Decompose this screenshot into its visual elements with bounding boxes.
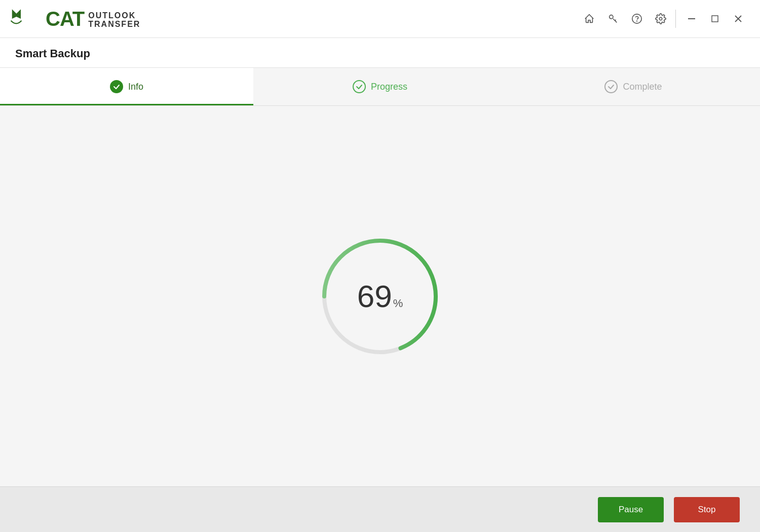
main-content: 69 % bbox=[0, 106, 760, 486]
stop-button[interactable]: Stop bbox=[674, 497, 740, 522]
window-controls bbox=[680, 8, 750, 29]
close-button[interactable] bbox=[727, 8, 750, 29]
maximize-button[interactable] bbox=[703, 8, 727, 29]
progress-number: 69 bbox=[357, 281, 392, 312]
svg-point-5 bbox=[659, 17, 662, 20]
titlebar-icons bbox=[579, 8, 671, 29]
titlebar: CAT OUTLOOK TRANSFER bbox=[0, 0, 760, 38]
progress-center: 69 % bbox=[357, 281, 403, 312]
tab-info-label: Info bbox=[128, 82, 143, 92]
settings-icon-button[interactable] bbox=[650, 8, 671, 29]
pause-button[interactable]: Pause bbox=[598, 497, 664, 522]
tab-progress-icon bbox=[353, 80, 366, 93]
page-title: Smart Backup bbox=[15, 47, 745, 60]
titlebar-divider bbox=[675, 10, 676, 28]
tabs-bar: Info Progress Complete bbox=[0, 68, 760, 106]
key-icon-button[interactable] bbox=[602, 8, 624, 29]
svg-point-3 bbox=[632, 14, 641, 23]
home-icon-button[interactable] bbox=[579, 8, 600, 29]
tab-complete[interactable]: Complete bbox=[507, 68, 760, 105]
svg-point-4 bbox=[637, 21, 637, 21]
minimize-button[interactable] bbox=[680, 8, 703, 29]
outlook-text: OUTLOOK bbox=[88, 11, 140, 20]
progress-container: 69 % bbox=[314, 231, 446, 362]
tab-info[interactable]: Info bbox=[0, 68, 253, 105]
logo-brand-text: OUTLOOK TRANSFER bbox=[88, 11, 140, 29]
cat-logo-icon bbox=[10, 6, 41, 31]
svg-rect-6 bbox=[688, 18, 695, 19]
transfer-text: TRANSFER bbox=[88, 20, 140, 29]
tab-progress-label: Progress bbox=[371, 82, 407, 92]
tab-info-icon bbox=[110, 80, 123, 93]
progress-percent-symbol: % bbox=[393, 297, 403, 310]
svg-point-2 bbox=[610, 15, 613, 19]
logo-cat-text: CAT bbox=[46, 9, 84, 29]
footer: Pause Stop bbox=[0, 486, 760, 532]
tab-progress[interactable]: Progress bbox=[253, 68, 507, 105]
help-icon-button[interactable] bbox=[626, 8, 648, 29]
logo-area: CAT OUTLOOK TRANSFER bbox=[10, 6, 140, 31]
page-header: Smart Backup bbox=[0, 38, 760, 68]
svg-rect-7 bbox=[712, 16, 718, 22]
tab-complete-icon bbox=[604, 80, 618, 93]
circular-progress: 69 % bbox=[314, 231, 446, 362]
tab-complete-label: Complete bbox=[623, 82, 662, 92]
